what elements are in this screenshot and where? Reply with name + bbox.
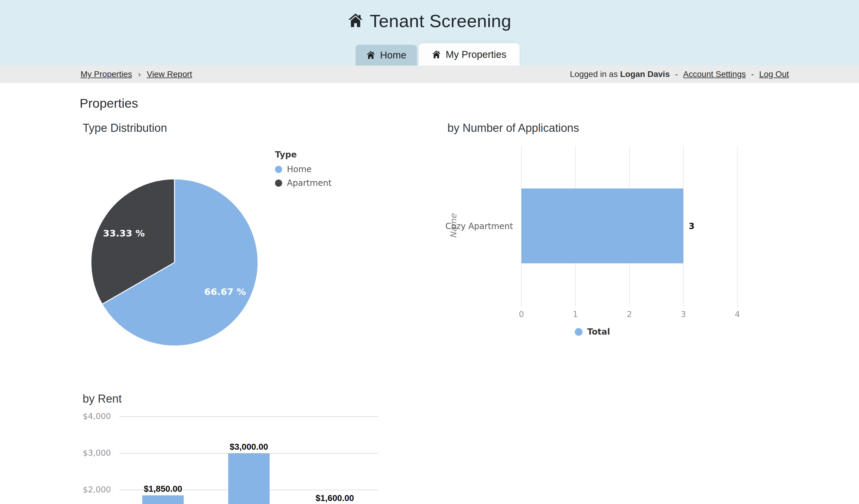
pie-slice-label: 33.33 %	[103, 228, 145, 239]
tab-label: My Properties	[446, 49, 507, 60]
y-tick-label: $2,000	[69, 485, 111, 494]
rent-bar	[142, 495, 184, 504]
x-tick-label: 0	[512, 309, 530, 319]
legend-swatch	[275, 166, 282, 173]
x-tick-label: 3	[674, 309, 692, 319]
nav-tabs: HomeMy Properties	[8, 43, 859, 66]
legend-label: Total	[587, 327, 610, 337]
user-name: Logan Davis	[620, 70, 669, 79]
app-header: Tenant Screening HomeMy Properties	[0, 0, 859, 66]
grid-line	[737, 146, 738, 307]
category-label: Cozy Apartment	[406, 221, 513, 231]
page: Tenant Screening HomeMy Properties My Pr…	[0, 0, 859, 504]
rent-bar-value-label: $3,000.00	[213, 442, 285, 452]
rent-bar-value-label: $1,600.00	[299, 493, 371, 503]
tab-my-properties[interactable]: My Properties	[419, 43, 519, 66]
y-tick-label: $3,000	[69, 448, 111, 457]
x-tick-label: 1	[567, 309, 584, 319]
dash-separator: -	[673, 70, 680, 79]
tab-label: Home	[380, 49, 406, 61]
home-icon	[366, 51, 375, 60]
rent-bar-value-label: $1,850.00	[127, 484, 199, 494]
grid-line	[119, 416, 378, 417]
y-tick-label: $4,000	[69, 412, 111, 421]
home-icon	[348, 13, 363, 30]
tab-home[interactable]: Home	[356, 45, 417, 66]
title-row: Tenant Screening	[0, 11, 859, 31]
user-session-info: Logged in as Logan Davis - Account Setti…	[570, 70, 789, 79]
applications-chart-title: by Number of Applications	[447, 122, 579, 135]
bar-cozy-apartment	[522, 188, 683, 263]
log-out-link[interactable]: Log Out	[759, 70, 789, 79]
rent-chart-title: by Rent	[82, 393, 122, 405]
breadcrumb: My Properties›View Report	[80, 70, 192, 79]
breadcrumb-link-view-report[interactable]: View Report	[147, 70, 192, 79]
legend-swatch	[275, 180, 282, 187]
legend-label: Home	[287, 164, 312, 174]
type-distribution-pie-chart: 66.67 %33.33 %	[89, 177, 260, 348]
breadcrumb-link-my-properties[interactable]: My Properties	[80, 70, 132, 79]
legend-item-home: Home	[275, 164, 332, 174]
pie-legend-title: Type	[275, 150, 332, 159]
breadcrumb-separator: ›	[138, 70, 141, 79]
home-icon	[348, 13, 363, 28]
page-title: Properties	[80, 96, 138, 111]
account-settings-link[interactable]: Account Settings	[683, 70, 746, 79]
legend-item-apartment: Apartment	[275, 178, 332, 188]
x-tick-label: 2	[620, 309, 638, 319]
rent-bar	[228, 453, 270, 504]
chart-legend: Total	[447, 327, 737, 337]
legend-label: Apartment	[287, 178, 332, 188]
pie-legend: Type HomeApartment	[275, 150, 332, 192]
dash-separator: -	[749, 70, 756, 79]
bar-value-label: 3	[689, 221, 694, 231]
x-tick-label: 4	[728, 309, 746, 319]
pie-slice-label: 66.67 %	[204, 286, 246, 297]
home-icon	[432, 50, 441, 59]
legend-swatch	[575, 328, 583, 336]
pie-chart-title: Type Distribution	[82, 122, 167, 135]
breadcrumb-bar: My Properties›View Report Logged in as L…	[0, 66, 859, 83]
app-title: Tenant Screening	[370, 11, 512, 31]
logged-in-text: Logged in as	[570, 70, 620, 79]
